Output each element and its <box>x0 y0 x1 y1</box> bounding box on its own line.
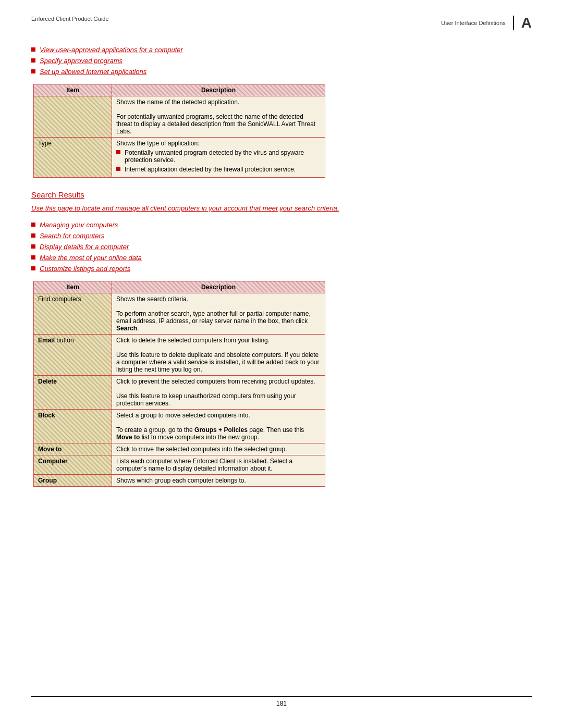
search-results-table: Item Description Find computers Shows th… <box>33 281 325 487</box>
search-results-heading: Search Results <box>31 190 532 199</box>
table-cell-item: Delete <box>34 375 112 409</box>
bullet-icon <box>31 58 35 63</box>
bullet-icon <box>116 150 120 154</box>
table-cell-desc: Click to move the selected computers int… <box>112 443 325 455</box>
list-item: View user-approved applications for a co… <box>31 46 532 54</box>
search-results-links-list: Managing your computers Search for compu… <box>31 221 532 273</box>
bullet-icon <box>31 266 35 270</box>
header-left: Enforced Client Product Guide <box>31 16 109 22</box>
table-row: Move to Click to move the selected compu… <box>34 443 325 455</box>
page-container: Enforced Client Product Guide User Inter… <box>0 0 563 728</box>
link-customize-listings[interactable]: Customize listings and reports <box>40 265 130 273</box>
link-display-details[interactable]: Display details for a computer <box>40 243 129 251</box>
table-row: Shows the name of the detected applicati… <box>34 96 325 138</box>
table-cell-item: Move to <box>34 443 112 455</box>
bold-groups-policies: Groups + Policies <box>194 426 248 434</box>
table-header-desc: Description <box>112 281 325 293</box>
table-header-item: Item <box>34 84 112 96</box>
table-cell-desc: Select a group to move selected computer… <box>112 409 325 443</box>
page-number: 181 <box>276 700 287 707</box>
table-row: Delete Click to prevent the selected com… <box>34 375 325 409</box>
list-item: Specify approved programs <box>31 57 532 65</box>
link-view-user-approved[interactable]: View user-approved applications for a co… <box>40 46 183 54</box>
header-right: User Interface Definitions A <box>441 16 532 30</box>
footer: 181 <box>31 696 532 707</box>
bullet-icon <box>31 47 35 52</box>
table-cell-desc: Click to delete the selected computers f… <box>112 334 325 375</box>
list-item: Make the most of your online data <box>31 254 532 262</box>
bullet-icon <box>31 69 35 73</box>
table-cell-item: Type <box>34 138 112 178</box>
table-row: Computer Lists each computer where Enfor… <box>34 455 325 474</box>
main-content: View user-approved applications for a co… <box>31 46 532 487</box>
table-cell-desc: Click to prevent the selected computers … <box>112 375 325 409</box>
bold-move-to: Move to <box>116 434 140 441</box>
table-cell-item: Group <box>34 474 112 486</box>
table-cell-item: Block <box>34 409 112 443</box>
bullet-icon <box>31 223 35 227</box>
table-header-desc: Description <box>112 84 325 96</box>
table-cell-desc: Shows the type of application: Potential… <box>112 138 325 178</box>
table-bullet-item: Internet application detected by the fir… <box>116 166 321 173</box>
header-divider <box>513 16 514 30</box>
link-set-up-allowed[interactable]: Set up allowed Internet applications <box>40 68 146 76</box>
list-item: Set up allowed Internet applications <box>31 68 532 76</box>
table-cell-item: Computer <box>34 455 112 474</box>
list-item: Managing your computers <box>31 221 532 229</box>
page-header: Enforced Client Product Guide User Inter… <box>31 16 532 30</box>
bullet-icon <box>116 167 120 171</box>
table-cell-desc: Shows the name of the detected applicati… <box>112 96 325 138</box>
bullet-icon <box>31 255 35 260</box>
link-specify-approved[interactable]: Specify approved programs <box>40 57 123 65</box>
table-row: Find computers Shows the search criteria… <box>34 293 325 334</box>
top-links-list: View user-approved applications for a co… <box>31 46 532 76</box>
link-managing-computers[interactable]: Managing your computers <box>40 221 118 229</box>
table-bullet-item: Potentially unwanted program detected by… <box>116 149 321 164</box>
table-cell-desc: Shows which group each computer belongs … <box>112 474 325 486</box>
header-right-text: User Interface Definitions <box>441 20 506 26</box>
table-cell-desc: Lists each computer where Enforced Clien… <box>112 455 325 474</box>
bullet-icon <box>31 233 35 238</box>
table-row: Block Select a group to move selected co… <box>34 409 325 443</box>
link-make-most-online[interactable]: Make the most of your online data <box>40 254 142 262</box>
list-item: Display details for a computer <box>31 243 532 251</box>
table-row: Group Shows which group each computer be… <box>34 474 325 486</box>
table-cell-item: Email button <box>34 334 112 375</box>
table-cell-item: Find computers <box>34 293 112 334</box>
table-header-item: Item <box>34 281 112 293</box>
table-cell-item <box>34 96 112 138</box>
table-row: Email button Click to delete the selecte… <box>34 334 325 375</box>
list-item: Search for computers <box>31 232 532 240</box>
bold-search: Search <box>116 325 137 332</box>
header-letter: A <box>521 16 532 30</box>
table-cell-desc: Shows the search criteria. To perform an… <box>112 293 325 334</box>
search-results-intro: Use this page to locate and manage all c… <box>31 203 532 214</box>
list-item: Customize listings and reports <box>31 265 532 273</box>
bullet-icon <box>31 244 35 249</box>
table-row: Type Shows the type of application: Pote… <box>34 138 325 178</box>
link-search-computers[interactable]: Search for computers <box>40 232 104 240</box>
first-table: Item Description Shows the name of the d… <box>33 84 325 178</box>
